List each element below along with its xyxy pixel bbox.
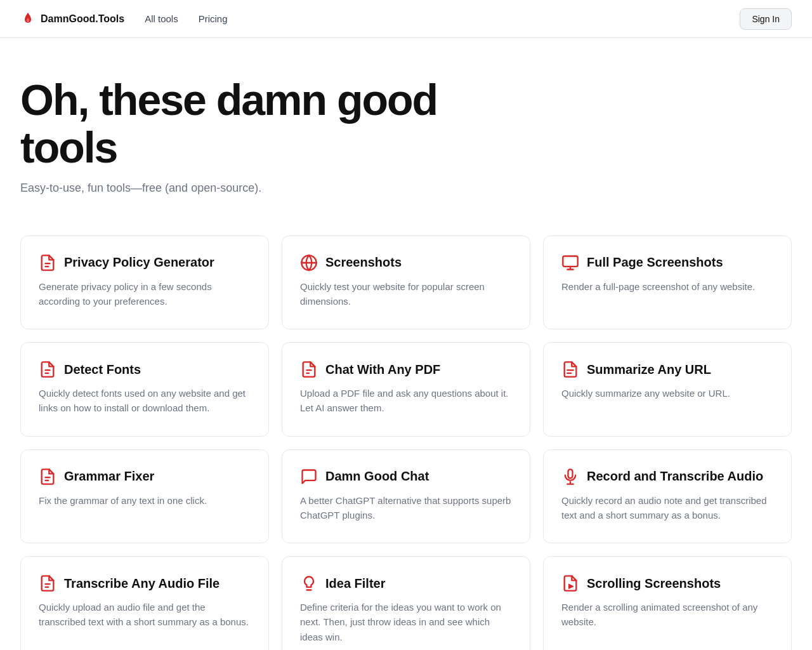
tool-card-header: Transcribe Any Audio File xyxy=(39,574,251,592)
tool-card-scrolling-screenshots[interactable]: Scrolling Screenshots Render a scrolling… xyxy=(543,556,792,650)
grammar-fixer-icon xyxy=(39,468,56,486)
tool-desc-summarize-url: Quickly summarize any website or URL. xyxy=(561,386,773,401)
svg-rect-1 xyxy=(563,256,577,266)
tool-card-detect-fonts[interactable]: Detect Fonts Quickly detect fonts used o… xyxy=(20,342,269,437)
tool-card-header: Record and Transcribe Audio xyxy=(561,468,773,486)
tool-card-full-page-screenshots[interactable]: Full Page Screenshots Render a full-page… xyxy=(543,235,792,330)
tools-grid: Privacy Policy Generator Generate privac… xyxy=(0,220,812,650)
nav-all-tools[interactable]: All tools xyxy=(145,13,178,24)
tool-desc-damn-good-chat: A better ChatGPT alternative that suppor… xyxy=(300,493,512,523)
tool-card-record-transcribe-audio[interactable]: Record and Transcribe Audio Quickly reco… xyxy=(543,449,792,544)
logo-icon xyxy=(20,11,36,27)
tool-desc-screenshots: Quickly test your website for popular sc… xyxy=(300,279,512,309)
tool-card-header: Full Page Screenshots xyxy=(561,254,773,272)
tool-card-chat-with-pdf[interactable]: Chat With Any PDF Upload a PDF file and … xyxy=(282,342,530,437)
tool-title-screenshots: Screenshots xyxy=(325,255,402,270)
logo[interactable]: DamnGood.Tools xyxy=(20,11,124,27)
tool-card-damn-good-chat[interactable]: Damn Good Chat A better ChatGPT alternat… xyxy=(282,449,530,544)
scrolling-screenshots-icon xyxy=(561,574,579,592)
tool-card-header: Privacy Policy Generator xyxy=(39,254,251,272)
tool-card-transcribe-audio-file[interactable]: Transcribe Any Audio File Quickly upload… xyxy=(20,556,269,650)
tool-desc-idea-filter: Define criteria for the ideas you want t… xyxy=(300,600,512,644)
hero-heading: Oh, these damn good tools xyxy=(20,76,528,171)
tool-desc-transcribe-audio-file: Quickly upload an audio file and get the… xyxy=(39,600,251,630)
tool-title-grammar-fixer: Grammar Fixer xyxy=(64,469,154,484)
transcribe-audio-file-icon xyxy=(39,574,56,592)
tool-card-summarize-url[interactable]: Summarize Any URL Quickly summarize any … xyxy=(543,342,792,437)
chat-with-pdf-icon xyxy=(300,361,318,378)
idea-filter-icon xyxy=(300,574,318,592)
sign-in-button[interactable]: Sign In xyxy=(740,8,792,30)
svg-marker-3 xyxy=(569,584,573,588)
tool-card-header: Summarize Any URL xyxy=(561,361,773,378)
tool-desc-privacy-policy-generator: Generate privacy policy in a few seconds… xyxy=(39,279,251,309)
damn-good-chat-icon xyxy=(300,468,318,486)
tool-title-transcribe-audio-file: Transcribe Any Audio File xyxy=(64,576,219,591)
svg-rect-2 xyxy=(568,469,573,478)
tool-title-summarize-url: Summarize Any URL xyxy=(587,362,711,377)
record-transcribe-audio-icon xyxy=(561,468,579,486)
tool-title-privacy-policy-generator: Privacy Policy Generator xyxy=(64,255,214,270)
tool-card-header: Grammar Fixer xyxy=(39,468,251,486)
logo-text: DamnGood.Tools xyxy=(41,13,124,25)
tool-card-grammar-fixer[interactable]: Grammar Fixer Fix the grammar of any tex… xyxy=(20,449,269,544)
tool-card-header: Detect Fonts xyxy=(39,361,251,378)
tool-title-chat-with-pdf: Chat With Any PDF xyxy=(325,362,440,377)
navbar: DamnGood.Tools All tools Pricing Sign In xyxy=(0,0,812,38)
tool-desc-record-transcribe-audio: Quickly record an audio note and get tra… xyxy=(561,493,773,523)
tool-title-record-transcribe-audio: Record and Transcribe Audio xyxy=(587,469,763,484)
tool-desc-full-page-screenshots: Render a full-page screenshot of any web… xyxy=(561,279,773,294)
hero-subheading: Easy-to-use, fun tools—free (and open-so… xyxy=(20,182,792,195)
tool-card-header: Chat With Any PDF xyxy=(300,361,512,378)
tool-desc-grammar-fixer: Fix the grammar of any text in one click… xyxy=(39,493,251,508)
tool-card-header: Idea Filter xyxy=(300,574,512,592)
tool-title-full-page-screenshots: Full Page Screenshots xyxy=(587,255,723,270)
tool-desc-detect-fonts: Quickly detect fonts used on any website… xyxy=(39,386,251,416)
tool-card-header: Scrolling Screenshots xyxy=(561,574,773,592)
tool-title-damn-good-chat: Damn Good Chat xyxy=(325,469,429,484)
privacy-policy-generator-icon xyxy=(39,254,56,272)
tool-title-detect-fonts: Detect Fonts xyxy=(64,362,141,377)
tool-card-screenshots[interactable]: Screenshots Quickly test your website fo… xyxy=(282,235,530,330)
tool-card-privacy-policy-generator[interactable]: Privacy Policy Generator Generate privac… xyxy=(20,235,269,330)
tool-desc-scrolling-screenshots: Render a scrolling animated screenshot o… xyxy=(561,600,773,630)
tool-title-idea-filter: Idea Filter xyxy=(325,576,385,591)
tool-card-header: Screenshots xyxy=(300,254,512,272)
summarize-url-icon xyxy=(561,361,579,378)
tool-title-scrolling-screenshots: Scrolling Screenshots xyxy=(587,576,721,591)
full-page-screenshots-icon xyxy=(561,254,579,272)
tool-desc-chat-with-pdf: Upload a PDF file and ask any questions … xyxy=(300,386,512,416)
tool-card-idea-filter[interactable]: Idea Filter Define criteria for the idea… xyxy=(282,556,530,650)
hero-section: Oh, these damn good tools Easy-to-use, f… xyxy=(0,38,812,220)
nav-pricing[interactable]: Pricing xyxy=(199,13,228,24)
detect-fonts-icon xyxy=(39,361,56,378)
screenshots-icon xyxy=(300,254,318,272)
tool-card-header: Damn Good Chat xyxy=(300,468,512,486)
